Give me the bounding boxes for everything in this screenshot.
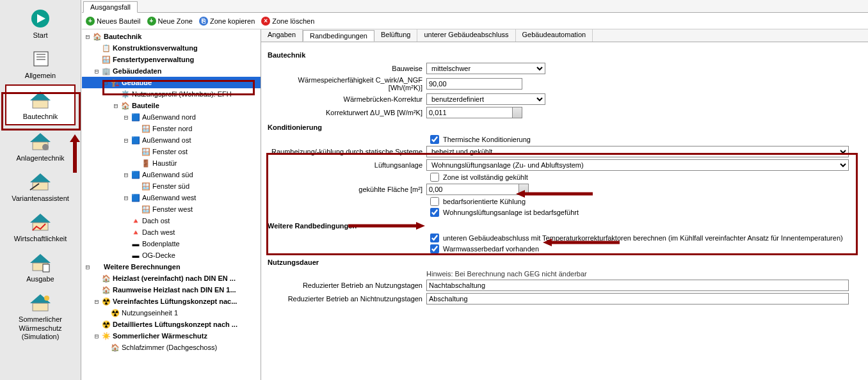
tree-nutzungseinheit1[interactable]: ·☢️Nutzungseinheit 1: [82, 307, 261, 319]
tree-gebaeude[interactable]: ⊟🏗️Gebäude: [82, 77, 261, 88]
svg-rect-2: [34, 52, 48, 66]
input-red-nutzung[interactable]: [426, 280, 849, 291]
tab-automation[interactable]: Gebäudeautomation: [516, 29, 593, 42]
select-waermebruecken[interactable]: benutzerdefiniert: [426, 93, 545, 105]
new-zone-button[interactable]: +Neue Zone: [147, 17, 193, 26]
tree-dach-west[interactable]: ·🔺Dach west: [82, 226, 261, 238]
sidebar-item-label: Anlagentechnik: [16, 154, 64, 162]
chk-unteren-abschluss[interactable]: [430, 234, 439, 242]
chk-label: Warmwasserbedarf vorhanden: [443, 245, 539, 253]
select-lueftungsanlage[interactable]: Wohnungslüftungsanlage (Zu- und Abluftsy…: [426, 159, 849, 171]
tree-aussenwand-sued[interactable]: ⊟🟦Außenwand süd: [82, 169, 261, 180]
sidebar-item-start[interactable]: Start: [5, 4, 76, 43]
wall-icon: 🟦: [131, 136, 140, 145]
input-korrekturwert[interactable]: [426, 107, 522, 118]
sidebar-item-label: Ausgabe: [26, 275, 54, 283]
x-icon: ×: [261, 17, 270, 26]
tree-haustuer[interactable]: ·🚪Haustür: [82, 157, 261, 169]
label-korrekturwert: Korrekturwert ΔU_WB [W/m²K]: [268, 109, 426, 116]
svg-marker-16: [30, 254, 51, 263]
tree-nutzungsprofil[interactable]: ·⚙️Nutzungsprofil (Wohnbau): EFH: [82, 88, 261, 100]
roof-icon: 🔺: [131, 216, 140, 225]
sidebar-item-variantenassistent[interactable]: Variantenassistent: [5, 167, 76, 206]
fan-icon: ☢️: [102, 320, 111, 329]
sidebar-item-anlagentechnik[interactable]: Anlagentechnik: [5, 127, 76, 166]
svg-marker-14: [30, 214, 51, 223]
notebook-icon: [25, 47, 56, 70]
svg-marker-6: [30, 91, 51, 100]
tree-weitere-berechnungen[interactable]: ⊟Weitere Berechnungen: [82, 261, 261, 273]
tree-schlafzimmer[interactable]: ·🏠Schlafzimmer (Dachgeschoss): [82, 342, 261, 353]
tree-fenstertypenverwaltung[interactable]: ·🪟Fenstertypenverwaltung: [82, 54, 261, 65]
toolbar-label: Zone kopieren: [210, 17, 255, 25]
tree-aussenwand-nord[interactable]: ⊟🟦Außenwand nord: [82, 111, 261, 123]
select-bauweise[interactable]: mittelschwer: [426, 63, 545, 74]
tree-panel: ⊟🏠Bautechnik ·📋Konstruktionsverwaltung ·…: [82, 29, 261, 380]
chk-warmwasser[interactable]: [430, 244, 439, 253]
tree-bodenplatte[interactable]: ·▬Bodenplatte: [82, 238, 261, 249]
copy-zone-button[interactable]: ⎘Zone kopieren: [199, 17, 255, 26]
building-icon: 🏢: [102, 67, 111, 75]
sidebar-item-label: Bautechnik: [23, 113, 58, 121]
tree-gebaeudedaten[interactable]: ⊟🏢Gebäudedaten: [82, 65, 261, 77]
new-bauteil-button[interactable]: +Neues Bauteil: [86, 17, 141, 26]
tree-heizlast[interactable]: ·🏠Heizlast (vereinfacht) nach DIN EN ...: [82, 273, 261, 284]
label-red-nichtnutzung: Reduzierter Betrieb an Nichtnutzungstage…: [268, 295, 426, 303]
input-red-nichtnutzung[interactable]: [426, 293, 849, 305]
sidebar-item-ausgabe[interactable]: Ausgabe: [5, 248, 76, 287]
tree-vereinfachtes-lueftung[interactable]: ⊟☢️Vereinfachtes Lüftungskonzept nac...: [82, 296, 261, 307]
tree-sommerlicher[interactable]: ⊟☀️Sommerlicher Wärmeschutz: [82, 330, 261, 342]
tree-bautechnik[interactable]: ⊟🏠Bautechnik: [82, 31, 261, 42]
label-raumheizung: Raumheizung/-kühlung durch statische Sys…: [268, 148, 426, 155]
sidebar-item-bautechnik[interactable]: Bautechnik: [5, 84, 76, 125]
window-icon: 🪟: [141, 205, 150, 214]
tree-aussenwand-ost[interactable]: ⊟🟦Außenwand ost: [82, 134, 261, 146]
copy-icon: ⎘: [199, 17, 208, 26]
chk-label: Zone ist vollständig gekühlt: [443, 173, 528, 181]
tab-belueftung[interactable]: Belüftung: [374, 29, 417, 42]
tree-fenster-west[interactable]: ·🪟Fenster west: [82, 203, 261, 215]
tab-randbedingungen[interactable]: Randbedingungen: [303, 30, 374, 42]
chk-label: bedarfsorientierte Kühlung: [443, 198, 526, 205]
tree-dach-ost[interactable]: ·🔺Dach ost: [82, 215, 261, 226]
tree-bauteile[interactable]: ⊟🏠Bauteile: [82, 100, 261, 111]
tree-og-decke[interactable]: ·▬OG-Decke: [82, 249, 261, 261]
svg-marker-23: [70, 134, 80, 142]
input-waermespeicher[interactable]: [426, 78, 522, 90]
sidebar-item-label: Wirtschaftlichkeit: [14, 235, 67, 243]
room-icon: 🏠: [111, 343, 120, 352]
tab-angaben[interactable]: Angaben: [261, 29, 303, 42]
wall-icon: 🟦: [131, 193, 140, 202]
tab-unterer-abschluss[interactable]: unterer Gebäudeabschluss: [417, 29, 515, 42]
variant-tab[interactable]: Ausgangsfall: [83, 1, 138, 13]
tree-fenster-sued[interactable]: ·🪟Fenster süd: [82, 180, 261, 192]
chk-bedarfsorientierte[interactable]: [430, 197, 439, 206]
delete-zone-button[interactable]: ×Zone löschen: [261, 17, 314, 26]
wall-icon: 🟦: [131, 170, 140, 179]
hinweis-text: Hinweis: Bei Berechnung nach GEG nicht ä…: [426, 270, 587, 278]
chk-wohnungslueftung-bedarf[interactable]: [430, 208, 439, 217]
play-icon: [25, 7, 56, 30]
house-icon: [25, 88, 56, 111]
tree-fenster-ost[interactable]: ·🪟Fenster ost: [82, 146, 261, 157]
content-panel: Angaben Randbedingungen Belüftung untere…: [261, 29, 868, 380]
tree-raumweise-heizlast[interactable]: ·🏠Raumweise Heizlast nach DIN EN 1...: [82, 284, 261, 296]
sidebar-item-allgemein[interactable]: Allgemein: [5, 44, 76, 83]
section-bautechnik: Bautechnik: [268, 51, 862, 59]
tree-detailliertes-lueftung[interactable]: ·☢️Detailliertes Lüftungskonzept nach ..…: [82, 319, 261, 330]
layers-icon: 📋: [102, 44, 111, 52]
chk-label: unteren Gebäudeabschluss mit Temperaturk…: [443, 234, 843, 242]
label-lueftungsanlage: Lüftungsanlage: [268, 161, 426, 169]
chk-thermische[interactable]: [430, 135, 439, 144]
house-gear-icon: [25, 130, 56, 153]
tree-konstruktionsverwaltung[interactable]: ·📋Konstruktionsverwaltung: [82, 42, 261, 54]
sidebar-item-sommerlicher[interactable]: Sommerlicher Wärmeschutz (Simulation): [5, 288, 76, 344]
select-raumheizung[interactable]: beheizt und gekühlt: [426, 146, 849, 157]
tree-aussenwand-west[interactable]: ⊟🟦Außenwand west: [82, 192, 261, 203]
tree-fenster-nord[interactable]: ·🪟Fenster nord: [82, 123, 261, 134]
section-weitere-rb: Weitere Randbedingungen: [268, 222, 862, 230]
chk-zone-vollstaendig[interactable]: [430, 173, 439, 182]
svg-rect-7: [33, 100, 48, 108]
input-gekuehlte-flaeche[interactable]: [426, 184, 529, 195]
sidebar-item-wirtschaftlichkeit[interactable]: Wirtschaftlichkeit: [5, 207, 76, 246]
